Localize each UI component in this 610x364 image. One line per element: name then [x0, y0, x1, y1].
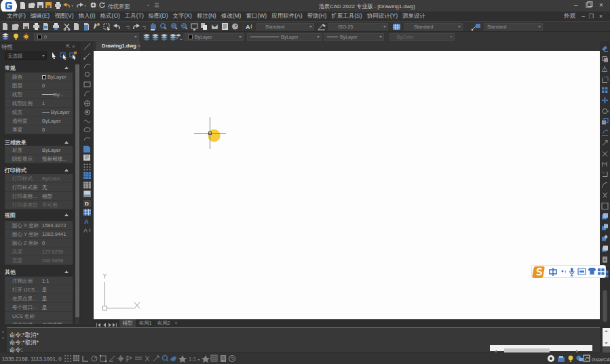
svg-text:D: D: [85, 201, 89, 207]
svg-text:GstarCAD: GstarCAD: [592, 357, 610, 362]
svg-text:A: A: [246, 24, 250, 31]
svg-text:×: ×: [599, 1, 603, 9]
svg-text:–: –: [574, 1, 578, 9]
svg-text:A: A: [83, 227, 88, 234]
svg-text:1:1: 1:1: [189, 356, 197, 362]
svg-text:A: A: [84, 218, 89, 225]
